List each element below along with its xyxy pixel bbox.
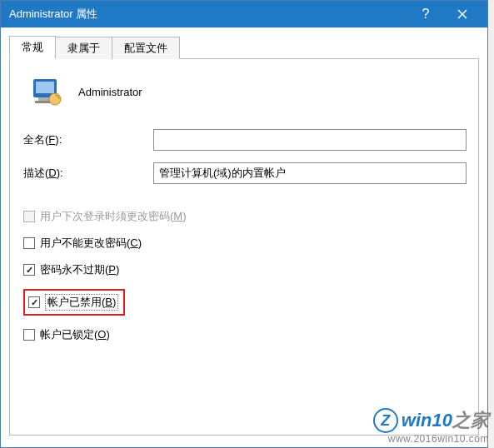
check-password-never-expires[interactable]: 密码永不过期(P) — [22, 262, 467, 277]
description-input[interactable] — [153, 162, 467, 184]
help-button[interactable]: ? — [407, 2, 444, 27]
username-label: Administrator — [78, 86, 142, 98]
checkbox-icon — [28, 296, 40, 308]
check-label: 帐户已锁定(O) — [40, 327, 110, 342]
tab-general[interactable]: 常规 — [9, 36, 56, 59]
description-label: 描述(D): — [22, 166, 153, 181]
checkbox-icon — [23, 264, 35, 276]
properties-dialog: Administrator 属性 ? 常规 隶属于 配置文件 — [0, 0, 488, 448]
row-description: 描述(D): — [22, 162, 467, 184]
check-must-change-password: 用户下次登录时须更改密码(M) — [22, 209, 467, 224]
close-button[interactable] — [444, 2, 481, 27]
fullname-input[interactable] — [153, 129, 467, 151]
check-account-disabled[interactable]: 帐户已禁用(B) — [22, 289, 467, 316]
check-cannot-change-password[interactable]: 用户不能更改密码(C) — [22, 236, 467, 251]
tab-memberof[interactable]: 隶属于 — [55, 37, 112, 59]
check-label: 用户下次登录时须更改密码(M) — [40, 209, 187, 224]
user-icon — [28, 74, 63, 109]
titlebar: Administrator 属性 ? — [1, 1, 487, 27]
check-label: 用户不能更改密码(C) — [40, 236, 142, 251]
svg-rect-3 — [36, 82, 54, 93]
client-area: 常规 隶属于 配置文件 Administrator — [1, 27, 487, 447]
close-icon — [457, 9, 467, 19]
check-label: 帐户已禁用(B) — [45, 294, 118, 311]
checkbox-icon — [23, 329, 35, 341]
user-header: Administrator — [22, 71, 467, 121]
tab-profile[interactable]: 配置文件 — [112, 37, 180, 59]
checkbox-group: 用户下次登录时须更改密码(M) 用户不能更改密码(C) 密码永不过期(P) 帐户… — [22, 209, 467, 342]
fullname-label: 全名(F): — [22, 132, 153, 147]
tab-strip: 常规 隶属于 配置文件 — [9, 37, 479, 59]
window-title: Administrator 属性 — [9, 7, 407, 22]
tab-page-general: Administrator 全名(F): 描述(D): 用户下次登录时须更改密码… — [9, 59, 479, 436]
row-fullname: 全名(F): — [22, 129, 467, 151]
checkbox-icon — [23, 237, 35, 249]
check-label: 密码永不过期(P) — [40, 262, 119, 277]
checkbox-icon — [23, 211, 35, 222]
highlight-annotation: 帐户已禁用(B) — [23, 289, 125, 316]
check-account-locked[interactable]: 帐户已锁定(O) — [22, 327, 467, 342]
